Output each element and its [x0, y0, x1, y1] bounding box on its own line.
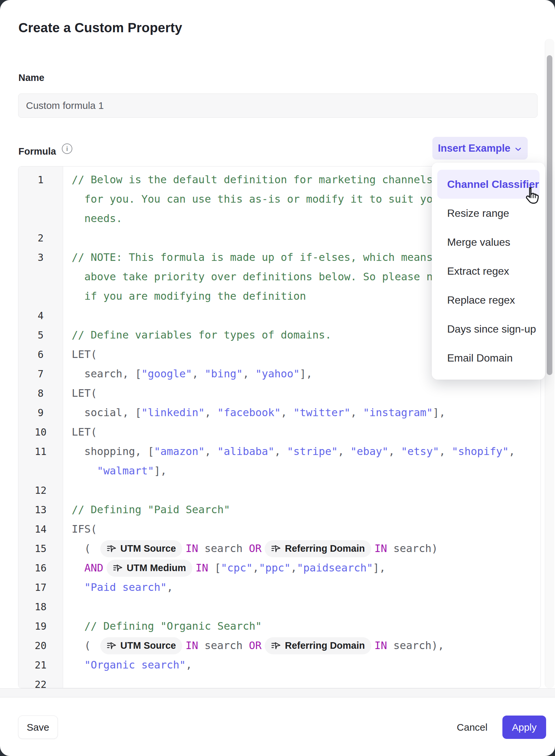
menu-item-extract-regex[interactable]: Extract regex: [437, 256, 540, 285]
formula-label: Formula: [18, 146, 56, 157]
code-string: "linkedin": [141, 403, 205, 423]
apply-button[interactable]: Apply: [502, 716, 546, 739]
code-line: 10LET(: [18, 423, 541, 442]
code-line-content: LET(: [63, 384, 97, 403]
code-text: ,: [205, 442, 218, 461]
code-keyword: OR: [249, 636, 262, 655]
code-text: search, [: [72, 364, 141, 384]
code-line: "walmart"],: [18, 461, 541, 481]
code-string: "alibaba": [217, 442, 274, 461]
code-text: ,: [205, 403, 218, 423]
code-text: ,: [186, 655, 192, 675]
property-chip-label: UTM Source: [120, 539, 176, 558]
menu-item-days-since-sign-up[interactable]: Days since sign-up: [437, 315, 540, 344]
code-text: ,: [509, 442, 515, 461]
code-line-content: "Paid search",: [63, 578, 173, 597]
code-line-content: search, ["google", "bing", "yahoo"],: [63, 364, 312, 384]
code-line-content: LET(: [63, 345, 97, 364]
code-text: LET(: [72, 384, 97, 403]
insert-example-button[interactable]: Insert Example: [432, 137, 528, 160]
code-line-content: if you are modifying the definition: [63, 286, 306, 306]
line-number: 21: [18, 659, 63, 671]
code-keyword: IN: [375, 539, 387, 558]
code-text: search),: [387, 636, 444, 655]
code-line-content: "walmart"],: [63, 461, 167, 481]
line-number: 18: [18, 601, 63, 612]
property-chip-utm-source[interactable]: UTM Source: [100, 637, 182, 654]
code-line: 9 social, ["linkedin", "facebook", "twit…: [18, 403, 541, 423]
code-text: [72, 655, 85, 675]
code-keyword: IN: [185, 636, 198, 655]
list-arrow-icon: [106, 544, 117, 553]
code-text: social, [: [72, 403, 141, 423]
line-number: 5: [18, 329, 63, 341]
code-line: 15 ( UTM SourceIN search ORReferring Dom…: [18, 539, 541, 558]
code-line: 13// Defining "Paid Search": [18, 500, 541, 519]
code-line-content: ( UTM SourceIN search ORReferring Domain…: [63, 636, 444, 655]
code-line: 18: [18, 597, 541, 616]
line-number: 2: [18, 232, 63, 244]
code-line: 14IFS(: [18, 519, 541, 539]
code-string: "google": [141, 364, 192, 384]
code-line: 16 ANDUTM MediumIN ["cpc","ppc","paidsea…: [18, 558, 541, 578]
property-chip-utm-medium[interactable]: UTM Medium: [106, 560, 192, 577]
code-text: [72, 461, 97, 481]
line-number: 22: [18, 679, 63, 688]
menu-item-email-domain[interactable]: Email Domain: [437, 344, 540, 372]
code-line-content: ANDUTM MediumIN ["cpc","ppc","paidsearch…: [63, 558, 386, 578]
code-line-content: // Defining "Paid Search": [63, 500, 230, 519]
name-input[interactable]: [18, 93, 538, 118]
code-string: "stripe": [287, 442, 338, 461]
line-number: 1: [18, 174, 63, 186]
property-chip-referring-domain[interactable]: Referring Domain: [265, 637, 371, 654]
code-string: "Organic search": [85, 655, 186, 675]
code-line-content: above take priority over definitions bel…: [63, 267, 452, 286]
code-string: "instagram": [363, 403, 433, 423]
code-text: [72, 578, 85, 597]
code-string: "shopify": [452, 442, 509, 461]
code-line-content: needs.: [63, 209, 122, 228]
list-arrow-icon: [271, 544, 281, 553]
code-text: ,: [439, 442, 452, 461]
info-icon[interactable]: i: [62, 144, 72, 154]
code-line-content: // NOTE: This formula is made up of if-e…: [63, 248, 433, 267]
code-comment: needs.: [72, 209, 122, 228]
code-line-content: ( UTM SourceIN search ORReferring Domain…: [63, 539, 438, 558]
property-chip-utm-source[interactable]: UTM Source: [100, 540, 182, 557]
line-number: 10: [18, 426, 63, 438]
code-text: ,: [243, 364, 255, 384]
code-comment: // Defining "Paid Search": [72, 500, 230, 519]
code-text: ,: [388, 442, 401, 461]
code-line-content: for you. You can use this as-is or modif…: [63, 190, 445, 209]
code-comment: // NOTE: This formula is made up of if-e…: [72, 248, 433, 267]
code-line-content: LET(: [63, 423, 97, 442]
save-button[interactable]: Save: [18, 716, 58, 739]
property-chip-label: UTM Source: [120, 636, 176, 655]
code-line: 21 "Organic search",: [18, 655, 541, 675]
line-number: 19: [18, 621, 63, 632]
create-custom-property-modal: Create a Custom Property Name Formula i …: [0, 0, 555, 756]
code-text: (: [72, 636, 97, 655]
code-string: "paidsearch": [297, 558, 373, 578]
line-number: 14: [18, 523, 63, 535]
modal-scrollbar-thumb[interactable]: [547, 55, 552, 375]
code-string: "yahoo": [255, 364, 300, 384]
code-string: "cpc": [221, 558, 253, 578]
menu-item-replace-regex[interactable]: Replace regex: [437, 285, 540, 315]
list-arrow-icon: [113, 563, 123, 573]
code-comment: // Below is the default definition for m…: [72, 170, 433, 190]
property-chip-referring-domain[interactable]: Referring Domain: [265, 540, 371, 557]
line-number: 11: [18, 446, 63, 457]
menu-item-channel-classifier[interactable]: Channel Classifier: [437, 170, 540, 199]
property-chip-label: Referring Domain: [285, 539, 365, 558]
line-number: 16: [18, 562, 63, 574]
code-string: "walmart": [97, 461, 154, 481]
cancel-button[interactable]: Cancel: [453, 716, 491, 739]
line-number: 15: [18, 543, 63, 554]
menu-item-resize-range[interactable]: Resize range: [437, 199, 540, 228]
code-line: 20 ( UTM SourceIN search ORReferring Dom…: [18, 636, 541, 655]
line-number: 6: [18, 349, 63, 360]
code-text: ,: [281, 403, 294, 423]
menu-item-merge-values[interactable]: Merge values: [437, 228, 540, 256]
code-text: ,: [253, 558, 259, 578]
